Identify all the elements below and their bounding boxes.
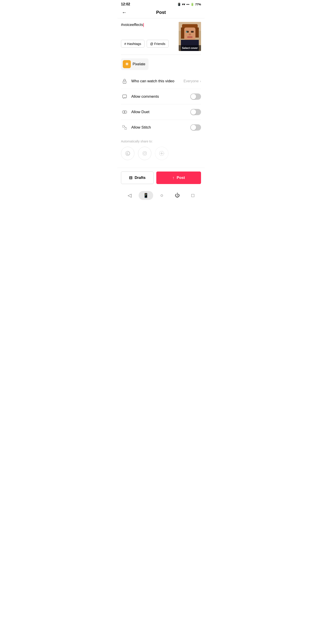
svg-point-11	[186, 31, 187, 33]
allow-comments-toggle[interactable]	[190, 94, 201, 100]
allow-duet-toggle[interactable]	[190, 109, 201, 115]
status-icons: 📳 ▾▾ ▪▪▪ 🔋 77%	[177, 3, 201, 6]
stitch-icon	[121, 124, 128, 131]
nav-square-icon: □	[192, 192, 194, 198]
post-button[interactable]: ↑ Post	[156, 172, 201, 184]
svg-rect-4	[196, 28, 199, 38]
bottom-buttons: ⊟ Drafts ↑ Post	[118, 168, 204, 188]
svg-rect-8	[189, 34, 191, 35]
page-header: ← Post	[118, 8, 204, 18]
svg-point-16	[124, 111, 127, 113]
tiktok-now-share-button[interactable]	[155, 147, 168, 160]
page-title: Post	[156, 10, 166, 15]
allow-stitch-toggle[interactable]	[190, 124, 201, 130]
who-can-watch-item[interactable]: Who can watch this video Everyone ›	[121, 74, 201, 89]
svg-rect-14	[122, 95, 126, 98]
svg-rect-7	[191, 31, 194, 33]
drafts-icon: ⊟	[129, 175, 132, 180]
svg-point-21	[144, 152, 146, 154]
nav-circle-button[interactable]: ○	[156, 191, 168, 200]
back-icon: ←	[122, 10, 127, 15]
share-icons-row	[121, 147, 201, 160]
hashtag-icon: #	[124, 42, 126, 46]
svg-rect-3	[181, 28, 184, 39]
whatsapp-icon	[124, 150, 131, 156]
nav-power-icon: ⏻	[175, 192, 180, 198]
back-button[interactable]: ←	[121, 9, 128, 16]
text-cursor	[143, 23, 144, 27]
effect-icon: ✳	[123, 60, 131, 68]
post-icon: ↑	[172, 176, 174, 180]
navigation-bar: ◁ 📱 ○ ⏻ □	[118, 188, 204, 204]
drafts-label: Drafts	[134, 176, 146, 180]
nav-back-button[interactable]: ◁	[123, 191, 136, 200]
svg-rect-18	[125, 128, 126, 130]
svg-rect-9	[187, 36, 192, 38]
comment-icon	[121, 93, 128, 100]
allow-stitch-label: Allow Stitch	[131, 125, 190, 130]
drafts-button[interactable]: ⊟ Drafts	[121, 172, 154, 184]
privacy-icon	[121, 78, 128, 85]
select-cover-label: Select cover	[179, 45, 201, 51]
friends-label: Friends	[154, 42, 165, 46]
effect-name: Pixelate	[132, 62, 145, 66]
caption-text-display: #voiceeffects	[121, 22, 176, 40]
nav-home-icon: 📱	[143, 193, 149, 198]
at-icon: @	[150, 42, 153, 46]
auto-share-section: Automatically share to:	[121, 135, 201, 162]
allow-stitch-item: Allow Stitch	[121, 120, 201, 135]
main-content: #voiceeffects # Hashtags @ Friends	[118, 18, 204, 166]
caption-left: #voiceeffects # Hashtags @ Friends	[121, 22, 176, 51]
battery-icon: 🔋	[190, 3, 194, 6]
svg-point-13	[124, 82, 125, 82]
divider-1	[121, 54, 201, 55]
svg-point-22	[146, 152, 146, 152]
who-can-watch-value: Everyone	[184, 79, 199, 83]
allow-comments-item: Allow comments	[121, 89, 201, 104]
status-time: 12:02	[121, 2, 130, 6]
allow-comments-label: Allow comments	[131, 94, 190, 99]
nav-circle-icon: ○	[160, 192, 163, 198]
whatsapp-share-button[interactable]	[121, 147, 134, 160]
add-platform-icon	[158, 150, 165, 156]
signal-icon: ▪▪▪	[186, 3, 190, 6]
nav-square-button[interactable]: □	[187, 191, 199, 200]
instagram-share-button[interactable]	[138, 147, 152, 160]
svg-rect-17	[122, 126, 124, 127]
hashtags-label: Hashtags	[127, 42, 141, 46]
tag-buttons-row: # Hashtags @ Friends	[121, 40, 176, 48]
nav-home-button[interactable]: 📱	[139, 191, 153, 200]
vibrate-icon: 📳	[177, 3, 181, 6]
caption-area: #voiceeffects # Hashtags @ Friends	[121, 22, 201, 51]
status-bar: 12:02 📳 ▾▾ ▪▪▪ 🔋 77%	[118, 0, 204, 8]
allow-duet-item: Allow Duet	[121, 104, 201, 120]
auto-share-title: Automatically share to:	[121, 140, 201, 143]
allow-duet-label: Allow Duet	[131, 110, 190, 114]
nav-power-button[interactable]: ⏻	[170, 191, 184, 200]
settings-list: Who can watch this video Everyone › Allo…	[121, 74, 201, 135]
battery-percent: 77%	[195, 3, 201, 6]
chevron-icon: ›	[200, 80, 201, 83]
wifi-icon: ▾▾	[182, 3, 185, 6]
caption-hashtag[interactable]: #voiceeffects	[121, 22, 143, 27]
who-can-watch-label: Who can watch this video	[131, 79, 184, 84]
hashtags-button[interactable]: # Hashtags	[121, 40, 144, 48]
friends-button[interactable]: @ Friends	[147, 40, 168, 48]
duet-icon	[121, 108, 128, 116]
post-label: Post	[177, 176, 185, 180]
instagram-icon	[142, 150, 148, 156]
cover-thumbnail[interactable]: Select cover	[179, 22, 201, 51]
nav-back-icon: ◁	[128, 192, 132, 198]
effect-badge[interactable]: ✳ Pixelate	[121, 58, 148, 70]
